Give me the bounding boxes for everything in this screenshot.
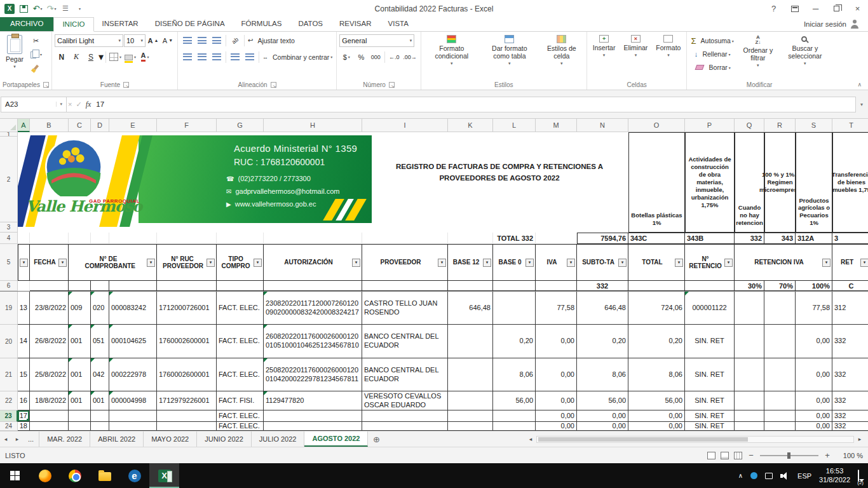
zoom-out-icon[interactable]: − <box>747 451 755 460</box>
filter-dropdown-icon[interactable]: ▾ <box>567 259 575 267</box>
redo-button[interactable]: ↷▾ <box>45 2 58 16</box>
borders-button[interactable]: ▾ <box>108 51 123 64</box>
cell-A24[interactable]: 18 <box>18 422 30 431</box>
cell-T22[interactable]: 332 <box>832 391 868 410</box>
cell-M21[interactable]: 0,00 <box>536 358 577 391</box>
undo-button[interactable]: ↶▾ <box>31 2 44 16</box>
column-header-R[interactable]: R <box>764 119 796 132</box>
font-color-button[interactable]: A▾ <box>138 51 152 64</box>
format-cells-button[interactable]: Formato ▾ <box>653 33 684 60</box>
page-layout-view-icon[interactable] <box>721 452 729 459</box>
cell-F21[interactable]: 1760002600001 <box>157 358 217 391</box>
sheet-tab-mar-2022[interactable]: MAR. 2022 <box>39 431 90 447</box>
taskbar-chrome[interactable] <box>60 463 90 488</box>
horizontal-scrollbar[interactable]: ◂ ▸ <box>525 431 868 447</box>
alignment-dialog-launcher-icon[interactable] <box>271 82 276 88</box>
ribbon-tab-f-rmulas[interactable]: FÓRMULAS <box>233 17 290 31</box>
cell-D23[interactable] <box>91 410 109 422</box>
header-botellas-plasticas[interactable]: Botellas plásticas 1% <box>628 132 685 233</box>
zoom-level[interactable]: 100 % <box>836 452 863 459</box>
filter-dropdown-icon[interactable]: ▾ <box>438 259 446 267</box>
page-break-view-icon[interactable] <box>734 452 742 459</box>
cell-I21[interactable]: BANCO CENTRAL DEL ECUADOR <box>362 358 448 391</box>
cell-Q6[interactable]: 30% <box>735 281 764 291</box>
cell-A19[interactable]: 13 <box>18 292 30 325</box>
cell-T4[interactable]: 3 <box>832 233 868 244</box>
taskbar-excel[interactable]: X <box>149 463 179 488</box>
sheet-prev-icon[interactable]: ◂ <box>0 431 11 447</box>
row-header-21[interactable]: 21 <box>0 358 18 391</box>
cut-button[interactable]: ✂ <box>29 34 43 47</box>
cell-L24[interactable] <box>493 422 536 431</box>
font-dialog-launcher-icon[interactable] <box>123 82 129 88</box>
cell-C20[interactable]: 001 <box>69 325 91 358</box>
cell-B24[interactable] <box>30 422 69 431</box>
cell-K20[interactable] <box>448 325 493 358</box>
restore-button[interactable] <box>826 0 847 17</box>
filter-header-iva[interactable]: IVA▾ <box>536 244 577 281</box>
increase-decimal-button[interactable]: ←.0 <box>387 51 401 64</box>
cell-O22[interactable]: 56,00 <box>628 391 685 410</box>
filter-header-subtotal[interactable]: SUBTO-TA▾ <box>577 244 628 281</box>
sheet-tab-overflow[interactable]: ... <box>23 431 39 447</box>
cell-N6[interactable]: 332 <box>577 281 628 291</box>
cell-S20[interactable]: 0,00 <box>796 325 832 358</box>
cell-P20[interactable]: SIN. RET <box>685 325 735 358</box>
filter-header-tipo[interactable]: TIPO COMPRO▾ <box>217 244 264 281</box>
filter-header-a[interactable]: ▾ <box>18 244 30 281</box>
zoom-slider-thumb[interactable] <box>787 452 790 459</box>
underline-dropdown-icon[interactable]: ▾ <box>98 51 104 63</box>
name-box[interactable]: A23 ▾ <box>1 97 67 112</box>
cell-E23[interactable] <box>109 410 157 422</box>
taskbar-file-explorer[interactable] <box>90 463 119 488</box>
new-sheet-button[interactable]: ⊕ <box>368 431 384 447</box>
cell-D22[interactable]: 001 <box>91 391 109 410</box>
cell-C24[interactable] <box>69 422 91 431</box>
volume-icon[interactable] <box>780 472 790 480</box>
cell-N21[interactable]: 8,06 <box>577 358 628 391</box>
ribbon-tab-datos[interactable]: DATOS <box>290 17 331 31</box>
tray-app-icon[interactable] <box>750 472 757 479</box>
cell-E22[interactable]: 000004998 <box>109 391 157 410</box>
clear-button[interactable]: Borrar▾ <box>689 61 735 74</box>
ribbon-tab-revisar[interactable]: REVISAR <box>331 17 380 31</box>
cell-S22[interactable]: 0,00 <box>796 391 832 410</box>
autosum-button[interactable]: Σ Autosuma▾ <box>689 34 735 47</box>
column-header-F[interactable]: F <box>157 119 217 132</box>
filter-header-ruc[interactable]: N° RUC PROVEEDOR▾ <box>157 244 217 281</box>
comma-format-button[interactable]: 000 <box>369 51 383 64</box>
cell-L19[interactable] <box>493 292 536 325</box>
cell-E20[interactable]: 000104625 <box>109 325 157 358</box>
merge-center-button[interactable]: ↔ Combinar y centrar▾ <box>261 51 334 64</box>
clipboard-dialog-launcher-icon[interactable] <box>43 82 49 88</box>
conditional-formatting-button[interactable]: Formato condicional ▾ <box>424 33 480 68</box>
filter-dropdown-icon[interactable]: ▾ <box>860 259 868 267</box>
filter-dropdown-icon[interactable]: ▾ <box>254 259 262 267</box>
cell-T24[interactable]: 332 <box>832 422 868 431</box>
sheet-tab-julio-2022[interactable]: JULIO 2022 <box>252 431 305 447</box>
cell-Q23[interactable] <box>735 410 764 422</box>
percent-format-button[interactable]: % <box>354 51 368 64</box>
filter-dropdown-icon[interactable]: ▾ <box>822 259 831 267</box>
cell-D20[interactable]: 051 <box>91 325 109 358</box>
select-all-corner[interactable] <box>0 119 18 132</box>
cell-P23[interactable]: SIN. RET <box>685 410 735 422</box>
cell-A20[interactable]: 14 <box>18 325 30 358</box>
cell-H20[interactable]: 2608202201176000260001200105100010462512… <box>264 325 362 358</box>
column-header-D[interactable]: D <box>91 119 109 132</box>
cell-N23[interactable]: 0,00 <box>577 410 628 422</box>
cell-H19[interactable]: 2308202201171200072601200902000008324200… <box>264 292 362 325</box>
column-header-T[interactable]: T <box>832 119 868 132</box>
cell-P22[interactable]: SIN. RET <box>685 391 735 410</box>
cell-A23[interactable]: 17 <box>18 410 30 422</box>
italic-button[interactable]: K <box>69 51 83 64</box>
cell-R24[interactable] <box>764 422 796 431</box>
start-button[interactable] <box>0 463 30 488</box>
cell-R19[interactable] <box>764 292 796 325</box>
cell-D21[interactable]: 042 <box>91 358 109 391</box>
align-middle-button[interactable] <box>195 34 209 47</box>
column-header-L[interactable]: L <box>493 119 536 132</box>
cell-H23[interactable] <box>264 410 362 422</box>
row-header-2[interactable]: 2 <box>0 137 18 222</box>
column-header-M[interactable]: M <box>536 119 577 132</box>
